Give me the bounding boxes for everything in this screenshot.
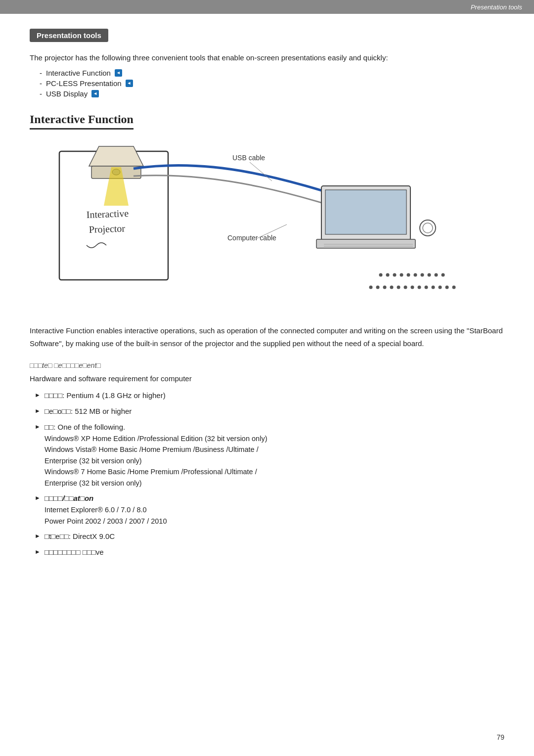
svg-point-20 — [407, 273, 410, 277]
computer-cable-label: Computer cable — [227, 234, 276, 242]
feature-label: Interactive Function — [46, 69, 111, 77]
svg-point-35 — [432, 286, 435, 289]
svg-point-26 — [369, 286, 373, 289]
req-text: : One of the following. — [53, 423, 125, 431]
svg-point-27 — [376, 286, 380, 289]
svg-line-7 — [250, 162, 272, 181]
req-sub-text: Windows® XP Home Edition /Professional E… — [44, 433, 504, 489]
section-badge-label: Presentation tools — [30, 29, 108, 42]
svg-point-18 — [393, 273, 397, 277]
link-icon-1: ◄ — [115, 69, 122, 77]
svg-point-36 — [439, 286, 442, 289]
feature-label: PC-LESS Presentation — [46, 79, 122, 88]
req-prefix: □□□□ — [44, 391, 62, 400]
svg-text:Interactive: Interactive — [86, 208, 129, 220]
list-item: □□: One of the following. Windows® XP Ho… — [35, 421, 504, 489]
svg-point-33 — [418, 286, 421, 289]
req-text: : DirectX 9.0C — [69, 532, 115, 540]
diagram-svg-container: Interactive Projector USB cable Computer… — [30, 141, 504, 310]
svg-point-23 — [428, 273, 431, 277]
req-label: Hardware and software requirement for co… — [30, 374, 504, 383]
list-item: □e□o□□: 512 MB or higher — [35, 405, 504, 417]
svg-point-17 — [386, 273, 390, 277]
svg-point-19 — [400, 273, 403, 277]
diagram-svg: Interactive Projector USB cable Computer… — [44, 141, 490, 310]
list-item: □□□□□□□□ □□□ve — [35, 546, 504, 558]
req-subheading: □□□te□ □e□□□□e□ent□ — [30, 361, 504, 369]
svg-point-28 — [383, 286, 387, 289]
feature-list: Interactive Function ◄ PC-LESS Presentat… — [40, 69, 504, 98]
page-content: Presentation tools The projector has the… — [0, 14, 534, 593]
list-item: USB Display ◄ — [40, 89, 504, 98]
svg-point-21 — [414, 273, 417, 277]
list-item: □□□□: Pentium 4 (1.8 GHz or higher) — [35, 390, 504, 401]
svg-point-25 — [442, 273, 445, 277]
svg-point-37 — [445, 286, 449, 289]
usb-cable-label: USB cable — [232, 154, 265, 162]
diagram-area: Interactive Projector USB cable Computer… — [30, 141, 504, 310]
list-item: □t□e□□: DirectX 9.0C — [35, 531, 504, 542]
svg-rect-11 — [316, 239, 415, 248]
req-prefix: □□ — [44, 423, 53, 431]
req-prefix: □□□□□□□□ □□□ve — [44, 548, 104, 556]
list-item: Interactive Function ◄ — [40, 69, 504, 77]
interactive-function-section: Interactive Function — [30, 113, 504, 141]
svg-text:Projector: Projector — [89, 222, 125, 235]
req-prefix: □e□o□□ — [44, 407, 71, 415]
page-number: 79 — [496, 733, 504, 741]
req-prefix: □t□e□□ — [44, 532, 69, 540]
svg-point-14 — [420, 220, 436, 236]
link-icon-3: ◄ — [91, 90, 99, 97]
req-list: □□□□: Pentium 4 (1.8 GHz or higher) □e□o… — [35, 390, 504, 558]
svg-point-16 — [379, 273, 383, 277]
req-prefix-bold: □□□□/□□at□on — [44, 494, 93, 502]
svg-rect-10 — [325, 190, 406, 234]
svg-point-29 — [390, 286, 394, 289]
header-title: Presentation tools — [471, 3, 522, 11]
description-text: Interactive Function enables interactive… — [30, 324, 504, 350]
interactive-function-heading: Interactive Function — [30, 113, 134, 130]
req-text: : 512 MB or higher — [71, 407, 132, 415]
feature-label: USB Display — [46, 89, 88, 98]
header-bar: Presentation tools — [0, 0, 534, 14]
svg-marker-1 — [89, 146, 143, 166]
link-icon-2: ◄ — [126, 80, 133, 87]
intro-paragraph: The projector has the following three co… — [30, 52, 504, 64]
svg-point-31 — [404, 286, 407, 289]
svg-point-38 — [452, 286, 456, 289]
svg-point-22 — [421, 273, 424, 277]
req-sub-text: Internet Explorer® 6.0 / 7.0 / 8.0 Power… — [44, 504, 504, 527]
svg-point-32 — [411, 286, 414, 289]
section-badge: Presentation tools — [30, 29, 504, 52]
svg-point-30 — [397, 286, 400, 289]
list-item: □□□□/□□at□on Internet Explorer® 6.0 / 7.… — [35, 492, 504, 527]
svg-point-34 — [425, 286, 428, 289]
req-text: : Pentium 4 (1.8 GHz or higher) — [62, 391, 165, 400]
svg-point-24 — [435, 273, 438, 277]
list-item: PC-LESS Presentation ◄ — [40, 79, 504, 88]
